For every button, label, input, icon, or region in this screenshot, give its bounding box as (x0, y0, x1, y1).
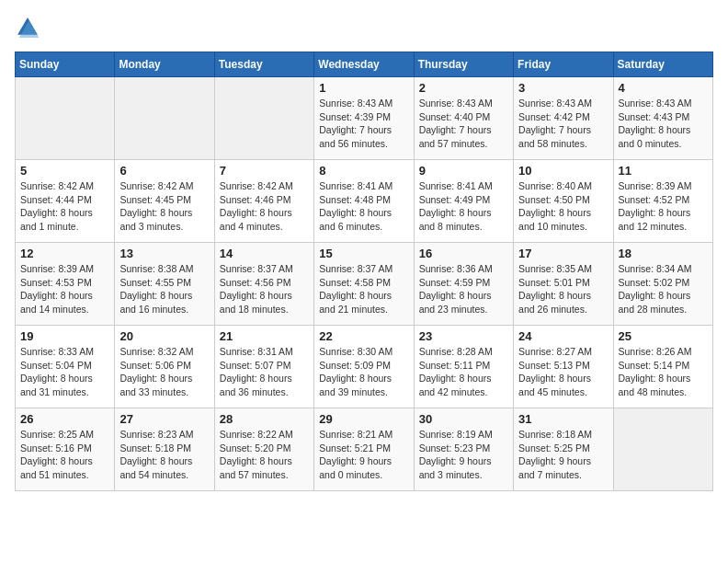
day-info: Sunrise: 8:35 AM Sunset: 5:01 PM Dayligh… (518, 262, 608, 316)
calendar-body: 1Sunrise: 8:43 AM Sunset: 4:39 PM Daylig… (16, 77, 713, 491)
calendar-cell: 18Sunrise: 8:34 AM Sunset: 5:02 PM Dayli… (613, 243, 712, 326)
weekday-header: Saturday (613, 52, 712, 77)
day-number: 20 (119, 329, 209, 343)
calendar-cell: 30Sunrise: 8:19 AM Sunset: 5:23 PM Dayli… (414, 408, 513, 491)
calendar-cell: 28Sunrise: 8:22 AM Sunset: 5:20 PM Dayli… (214, 408, 313, 491)
day-info: Sunrise: 8:40 AM Sunset: 4:50 PM Dayligh… (518, 179, 608, 234)
day-info: Sunrise: 8:42 AM Sunset: 4:46 PM Dayligh… (220, 179, 309, 234)
day-number: 10 (518, 164, 608, 178)
logo-icon (15, 15, 40, 40)
weekday-header: Friday (514, 52, 613, 77)
page-header (15, 15, 713, 40)
day-info: Sunrise: 8:43 AM Sunset: 4:43 PM Dayligh… (619, 97, 708, 151)
calendar-cell (16, 77, 115, 160)
calendar-cell: 3Sunrise: 8:43 AM Sunset: 4:42 PM Daylig… (514, 77, 613, 160)
day-info: Sunrise: 8:41 AM Sunset: 4:48 PM Dayligh… (319, 179, 408, 234)
day-number: 7 (220, 164, 309, 178)
weekday-header: Wednesday (314, 52, 414, 77)
calendar-header: SundayMondayTuesdayWednesdayThursdayFrid… (16, 52, 713, 77)
day-info: Sunrise: 8:32 AM Sunset: 5:06 PM Dayligh… (119, 345, 209, 399)
calendar-cell: 12Sunrise: 8:39 AM Sunset: 4:53 PM Dayli… (16, 243, 115, 326)
day-number: 16 (419, 247, 508, 260)
day-info: Sunrise: 8:21 AM Sunset: 5:21 PM Dayligh… (319, 428, 408, 482)
day-info: Sunrise: 8:23 AM Sunset: 5:18 PM Dayligh… (119, 428, 209, 482)
day-number: 2 (419, 81, 508, 95)
day-info: Sunrise: 8:43 AM Sunset: 4:39 PM Dayligh… (319, 97, 408, 151)
day-number: 12 (20, 247, 109, 260)
day-number: 8 (319, 164, 408, 178)
day-info: Sunrise: 8:26 AM Sunset: 5:14 PM Dayligh… (619, 345, 708, 399)
day-info: Sunrise: 8:39 AM Sunset: 4:53 PM Dayligh… (20, 262, 109, 316)
day-info: Sunrise: 8:37 AM Sunset: 4:56 PM Dayligh… (220, 262, 309, 316)
calendar-cell: 11Sunrise: 8:39 AM Sunset: 4:52 PM Dayli… (613, 160, 712, 243)
calendar-cell: 31Sunrise: 8:18 AM Sunset: 5:25 PM Dayli… (514, 408, 613, 491)
calendar-cell: 27Sunrise: 8:23 AM Sunset: 5:18 PM Dayli… (115, 408, 214, 491)
calendar-cell: 29Sunrise: 8:21 AM Sunset: 5:21 PM Dayli… (314, 408, 414, 491)
day-number: 15 (319, 247, 408, 260)
day-number: 14 (220, 247, 309, 260)
day-number: 30 (419, 412, 508, 426)
calendar-cell: 5Sunrise: 8:42 AM Sunset: 4:44 PM Daylig… (16, 160, 115, 243)
calendar-cell: 7Sunrise: 8:42 AM Sunset: 4:46 PM Daylig… (214, 160, 313, 243)
calendar-week-row: 26Sunrise: 8:25 AM Sunset: 5:16 PM Dayli… (16, 408, 713, 491)
day-info: Sunrise: 8:42 AM Sunset: 4:45 PM Dayligh… (119, 179, 209, 234)
calendar-cell: 17Sunrise: 8:35 AM Sunset: 5:01 PM Dayli… (514, 243, 613, 326)
day-number: 19 (20, 329, 109, 343)
calendar-cell: 22Sunrise: 8:30 AM Sunset: 5:09 PM Dayli… (314, 326, 414, 408)
day-info: Sunrise: 8:18 AM Sunset: 5:25 PM Dayligh… (518, 428, 608, 482)
header-row: SundayMondayTuesdayWednesdayThursdayFrid… (16, 52, 713, 77)
day-info: Sunrise: 8:33 AM Sunset: 5:04 PM Dayligh… (20, 345, 109, 399)
calendar-cell: 9Sunrise: 8:41 AM Sunset: 4:49 PM Daylig… (414, 160, 513, 243)
calendar-cell (214, 77, 313, 160)
day-info: Sunrise: 8:38 AM Sunset: 4:55 PM Dayligh… (119, 262, 209, 316)
day-number: 31 (518, 412, 608, 426)
day-number: 23 (419, 329, 508, 343)
day-info: Sunrise: 8:41 AM Sunset: 4:49 PM Dayligh… (419, 179, 508, 234)
day-info: Sunrise: 8:19 AM Sunset: 5:23 PM Dayligh… (419, 428, 508, 482)
day-number: 13 (119, 247, 209, 260)
day-info: Sunrise: 8:42 AM Sunset: 4:44 PM Dayligh… (20, 179, 109, 234)
calendar-week-row: 5Sunrise: 8:42 AM Sunset: 4:44 PM Daylig… (16, 160, 713, 243)
calendar-cell: 2Sunrise: 8:43 AM Sunset: 4:40 PM Daylig… (414, 77, 513, 160)
day-number: 17 (518, 247, 608, 260)
calendar-week-row: 12Sunrise: 8:39 AM Sunset: 4:53 PM Dayli… (16, 243, 713, 326)
weekday-header: Tuesday (214, 52, 313, 77)
day-number: 3 (518, 81, 608, 95)
calendar-cell: 26Sunrise: 8:25 AM Sunset: 5:16 PM Dayli… (16, 408, 115, 491)
weekday-header: Sunday (16, 52, 115, 77)
calendar-cell: 4Sunrise: 8:43 AM Sunset: 4:43 PM Daylig… (613, 77, 712, 160)
calendar-cell: 21Sunrise: 8:31 AM Sunset: 5:07 PM Dayli… (214, 326, 313, 408)
calendar-cell: 15Sunrise: 8:37 AM Sunset: 4:58 PM Dayli… (314, 243, 414, 326)
day-number: 9 (419, 164, 508, 178)
calendar-cell (613, 408, 712, 491)
weekday-header: Monday (115, 52, 214, 77)
calendar-cell: 25Sunrise: 8:26 AM Sunset: 5:14 PM Dayli… (613, 326, 712, 408)
calendar-cell: 24Sunrise: 8:27 AM Sunset: 5:13 PM Dayli… (514, 326, 613, 408)
day-number: 21 (220, 329, 309, 343)
day-info: Sunrise: 8:22 AM Sunset: 5:20 PM Dayligh… (220, 428, 309, 482)
calendar-cell: 10Sunrise: 8:40 AM Sunset: 4:50 PM Dayli… (514, 160, 613, 243)
day-number: 4 (619, 81, 708, 95)
day-number: 29 (319, 412, 408, 426)
day-number: 25 (619, 329, 708, 343)
day-info: Sunrise: 8:25 AM Sunset: 5:16 PM Dayligh… (20, 428, 109, 482)
calendar-table: SundayMondayTuesdayWednesdayThursdayFrid… (15, 52, 713, 491)
calendar-cell: 14Sunrise: 8:37 AM Sunset: 4:56 PM Dayli… (214, 243, 313, 326)
day-info: Sunrise: 8:36 AM Sunset: 4:59 PM Dayligh… (419, 262, 508, 316)
day-info: Sunrise: 8:31 AM Sunset: 5:07 PM Dayligh… (220, 345, 309, 399)
day-info: Sunrise: 8:27 AM Sunset: 5:13 PM Dayligh… (518, 345, 608, 399)
day-number: 22 (319, 329, 408, 343)
day-info: Sunrise: 8:43 AM Sunset: 4:40 PM Dayligh… (419, 97, 508, 151)
calendar-week-row: 1Sunrise: 8:43 AM Sunset: 4:39 PM Daylig… (16, 77, 713, 160)
day-info: Sunrise: 8:30 AM Sunset: 5:09 PM Dayligh… (319, 345, 408, 399)
day-number: 18 (619, 247, 708, 260)
calendar-cell: 23Sunrise: 8:28 AM Sunset: 5:11 PM Dayli… (414, 326, 513, 408)
day-number: 6 (119, 164, 209, 178)
day-info: Sunrise: 8:34 AM Sunset: 5:02 PM Dayligh… (619, 262, 708, 316)
calendar-cell (115, 77, 214, 160)
day-number: 11 (619, 164, 708, 178)
day-number: 26 (20, 412, 109, 426)
weekday-header: Thursday (414, 52, 513, 77)
calendar-cell: 6Sunrise: 8:42 AM Sunset: 4:45 PM Daylig… (115, 160, 214, 243)
calendar-cell: 1Sunrise: 8:43 AM Sunset: 4:39 PM Daylig… (314, 77, 414, 160)
